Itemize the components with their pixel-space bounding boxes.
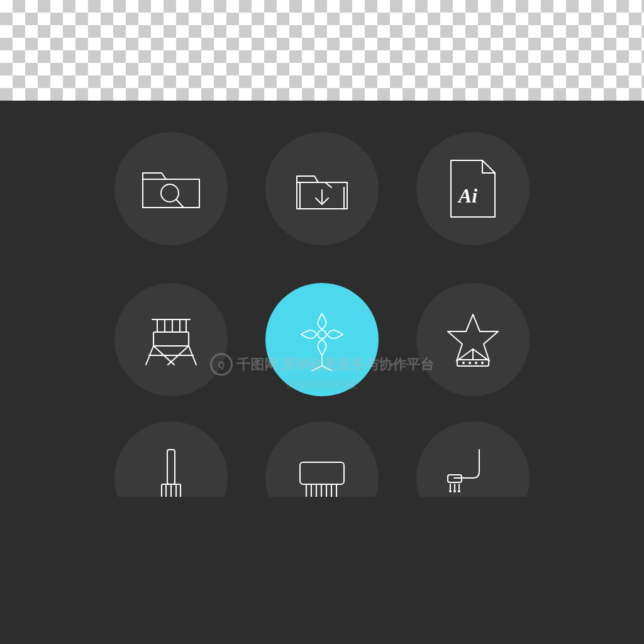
- svg-point-25: [475, 362, 477, 364]
- icon-circle-film-light[interactable]: [265, 283, 379, 396]
- svg-line-19: [322, 366, 333, 371]
- icon-circle-folder-search[interactable]: [114, 132, 228, 245]
- icon-grid: Ai: [102, 119, 542, 560]
- checker-background: [0, 0, 644, 101]
- svg-point-26: [481, 362, 484, 364]
- svg-point-16: [318, 330, 326, 338]
- icon-cell-folder-search[interactable]: [102, 119, 240, 258]
- shower-icon: [441, 447, 504, 497]
- svg-line-1: [176, 199, 184, 208]
- icon-circle-brush[interactable]: [114, 421, 228, 497]
- icon-cell-scrub-brush[interactable]: [253, 421, 391, 497]
- icon-cell-director-chair[interactable]: [102, 270, 240, 409]
- svg-rect-22: [457, 360, 489, 366]
- svg-line-18: [311, 366, 322, 371]
- icon-cell-star-award[interactable]: [404, 270, 542, 409]
- svg-point-45: [449, 490, 452, 492]
- brush-icon: [140, 447, 203, 497]
- icon-cell-brush[interactable]: [102, 421, 240, 497]
- icon-circle-shower[interactable]: [416, 421, 530, 497]
- svg-rect-27: [167, 450, 175, 484]
- icon-circle-scrub-brush[interactable]: [265, 421, 379, 497]
- svg-point-46: [453, 490, 456, 492]
- scrub-brush-icon: [291, 447, 353, 497]
- svg-point-23: [462, 362, 465, 364]
- svg-point-24: [469, 362, 471, 364]
- icon-circle-folder-download[interactable]: [265, 132, 379, 245]
- director-chair-icon: [140, 308, 203, 371]
- svg-text:Ai: Ai: [457, 184, 477, 207]
- folder-search-icon: [140, 157, 203, 220]
- icon-cell-film-light[interactable]: [253, 270, 391, 409]
- icon-cell-ai-file[interactable]: Ai: [404, 119, 542, 258]
- icon-cell-shower[interactable]: [404, 421, 542, 497]
- icon-circle-ai-file[interactable]: Ai: [416, 132, 530, 245]
- folder-download-icon: [291, 157, 353, 220]
- svg-rect-32: [300, 462, 344, 484]
- icon-circle-director-chair[interactable]: [114, 283, 228, 396]
- svg-rect-4: [153, 332, 189, 346]
- star-award-icon: [441, 308, 504, 371]
- ai-file-icon: Ai: [441, 157, 504, 220]
- icon-circle-star-award[interactable]: [416, 283, 530, 396]
- svg-point-47: [458, 490, 460, 492]
- icon-cell-folder-download[interactable]: [253, 119, 391, 258]
- film-light-icon: [291, 308, 353, 371]
- dark-area: Q 千图网 营销创意服务与协作平台 商用请获取授权: [0, 101, 644, 644]
